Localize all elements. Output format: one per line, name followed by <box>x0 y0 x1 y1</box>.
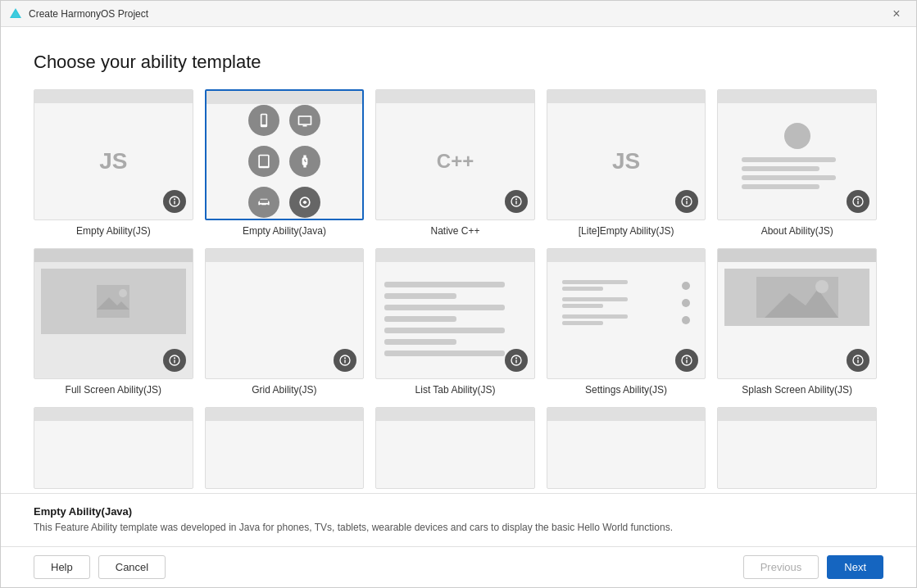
card-badge-grid <box>334 349 356 372</box>
svg-rect-31 <box>857 201 858 204</box>
settings-row <box>562 314 691 325</box>
template-label-lite-empty-js: [Lite]Empty Ability(JS) <box>579 225 674 237</box>
card-top-bar-partial <box>34 408 193 421</box>
cpp-label: C++ <box>437 150 474 173</box>
svg-point-45 <box>686 357 688 359</box>
template-card-fullscreen-js[interactable]: Full Screen Ability(JS) <box>34 248 193 396</box>
template-label-native-cpp: Native C++ <box>430 225 479 237</box>
template-grid-scroll[interactable]: JS Empty Ability(JS) <box>34 89 883 493</box>
template-card-splash-js[interactable]: Splash Screen Ability(JS) <box>717 248 877 396</box>
settings-text-line <box>562 314 628 319</box>
list-line <box>384 328 505 333</box>
splash-top <box>718 249 876 262</box>
cancel-button[interactable]: Cancel <box>98 555 166 579</box>
svg-rect-15 <box>303 156 306 158</box>
settings-row <box>562 280 691 291</box>
svg-rect-16 <box>303 165 306 168</box>
template-card-native-cpp[interactable]: C++ Native C++ <box>375 89 535 237</box>
svg-point-34 <box>119 289 127 297</box>
template-card-partial-4[interactable] <box>547 407 706 489</box>
template-card-settings-js[interactable]: Settings Ability(JS) <box>547 248 706 396</box>
settings-dot <box>682 282 690 290</box>
mountain-icon <box>756 277 838 318</box>
template-card-grid-js[interactable]: Grid Ability(JS) <box>205 248 365 396</box>
card-badge-cpp <box>505 190 528 213</box>
watch-icon <box>297 153 313 170</box>
template-label-fullscreen-js: Full Screen Ability(JS) <box>66 384 161 396</box>
template-image-splash-js <box>717 248 877 379</box>
template-card-lite-empty-js[interactable]: JS [Lite]Empty Ability(JS) <box>547 89 706 237</box>
template-label-about-js: About Ability(JS) <box>761 225 833 237</box>
template-image-settings-js <box>547 248 706 379</box>
badge-icon-cpp <box>510 195 523 208</box>
list-line <box>384 351 505 356</box>
template-card-partial-2[interactable] <box>205 407 365 489</box>
grid-visual <box>282 282 287 341</box>
card-top-bar-partial <box>376 408 534 421</box>
svg-rect-40 <box>345 360 346 363</box>
settings-dot <box>682 299 690 307</box>
badge-icon-lite <box>680 195 693 208</box>
template-card-listtab-js[interactable]: List Tab Ability(JS) <box>375 248 535 396</box>
description-text: This Feature Ability template was develo… <box>34 521 883 535</box>
tablet-icon <box>256 153 272 170</box>
svg-point-24 <box>515 198 517 200</box>
lite-js-label: JS <box>612 148 640 174</box>
template-card-empty-js[interactable]: JS Empty Ability(JS) <box>34 89 193 237</box>
template-card-about-js[interactable]: About Ability(JS) <box>717 89 877 237</box>
svg-point-39 <box>344 357 346 359</box>
about-lines <box>742 157 852 193</box>
about-line-4 <box>742 184 819 189</box>
footer: Help Cancel Previous Next <box>1 546 916 587</box>
svg-rect-46 <box>687 360 688 363</box>
page-title: Choose your ability template <box>34 52 883 73</box>
svg-rect-4 <box>174 201 175 204</box>
card-badge-fullscreen <box>163 349 186 372</box>
title-bar-left: Create HarmonyOS Project <box>9 7 148 20</box>
next-button[interactable]: Next <box>827 555 883 579</box>
settings-text-block <box>562 314 628 325</box>
previous-button[interactable]: Previous <box>743 555 819 579</box>
splash-mountain <box>724 269 869 326</box>
badge-icon-grid <box>338 354 352 367</box>
badge-icon-fullscreen <box>168 354 181 367</box>
template-label-settings-js: Settings Ability(JS) <box>585 384 667 396</box>
window-title: Create HarmonyOS Project <box>29 8 148 20</box>
help-button[interactable]: Help <box>34 555 90 579</box>
template-card-partial-5[interactable] <box>717 407 877 489</box>
about-line-1 <box>742 157 836 162</box>
phone-icon-circle <box>248 105 279 136</box>
tv-icon-circle <box>289 105 320 136</box>
template-image-empty-js: JS <box>34 89 193 220</box>
card-top-bar-partial <box>547 408 706 421</box>
template-card-partial-3[interactable] <box>375 407 535 489</box>
settings-inner <box>554 264 699 338</box>
svg-rect-43 <box>515 360 516 363</box>
svg-rect-25 <box>515 201 516 204</box>
car-icon-circle <box>248 187 279 218</box>
image-placeholder <box>97 285 129 318</box>
about-line-2 <box>742 166 819 171</box>
svg-point-27 <box>686 198 688 200</box>
template-image-lite-empty-js: JS <box>547 89 706 220</box>
card-badge-list <box>505 349 528 372</box>
template-image-partial-4 <box>547 407 706 489</box>
settings-text-line <box>562 321 603 325</box>
description-section: Empty Ability(Java) This Feature Ability… <box>1 493 916 546</box>
settings-row <box>562 297 691 308</box>
template-card-empty-java[interactable]: Empty Ability(Java) <box>205 89 365 237</box>
card-inner-java <box>207 91 363 219</box>
splash-image <box>724 269 869 326</box>
footer-right: Previous Next <box>743 555 883 579</box>
badge-icon-about <box>851 195 865 208</box>
svg-point-7 <box>263 125 265 127</box>
template-card-partial-1[interactable] <box>34 407 193 489</box>
svg-rect-6 <box>261 115 266 124</box>
svg-point-51 <box>857 357 859 359</box>
template-label-splash-js: Splash Screen Ability(JS) <box>742 384 852 396</box>
tv-icon <box>297 112 313 129</box>
template-image-partial-2 <box>205 407 365 489</box>
svg-rect-12 <box>260 156 268 166</box>
close-button[interactable]: × <box>885 2 908 25</box>
svg-rect-19 <box>260 200 268 203</box>
